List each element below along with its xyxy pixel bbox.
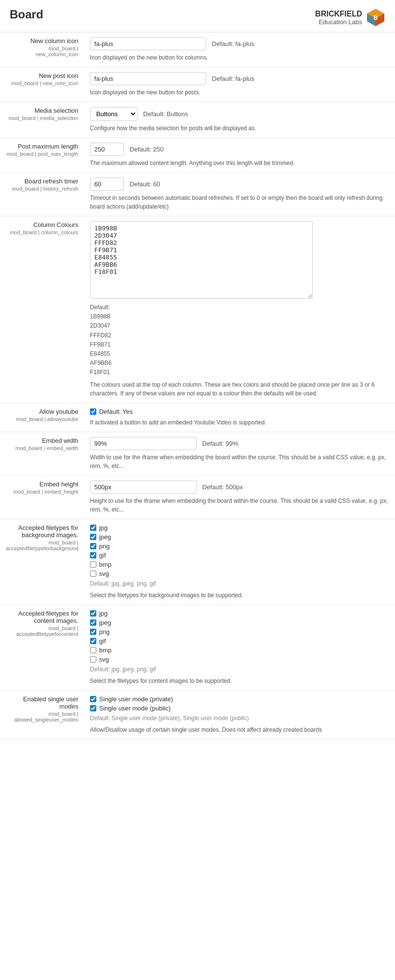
input-history_refresh[interactable]: [90, 178, 124, 191]
desc-new_column_icon: Icon displayed on the new button for col…: [90, 53, 389, 62]
input-embed_width[interactable]: [90, 437, 197, 450]
desc-embed_height: Height to use for the iframe when embedd…: [90, 497, 389, 514]
checkbox-allowed_singleuser_modes-1[interactable]: [90, 705, 96, 711]
default-new_post_icon: Default: fa-plus: [212, 75, 254, 82]
desc-acceptedfiletypeforbackground: Select the filetypes for background imag…: [90, 591, 389, 600]
field-key-column_colours: mod_board | column_colours: [6, 229, 78, 235]
settings-row-embed_height: Embed height mod_board | embed_height De…: [0, 475, 395, 519]
logo-education: Education Labs: [315, 18, 362, 26]
input-post_max_length[interactable]: [90, 143, 124, 156]
checkbox-label-acceptedfiletypeforcontent-0: jpg: [99, 610, 107, 617]
settings-row-embed_width: Embed width mod_board | embed_width Defa…: [0, 432, 395, 475]
settings-row-acceptedfiletypeforbackground: Accepted filetypes for background images…: [0, 519, 395, 604]
page-title: Board: [10, 8, 43, 21]
checkbox-label-acceptedfiletypeforcontent-4: bmp: [99, 647, 111, 654]
field-key-acceptedfiletypeforbackground: mod_board | acceptedfiletypeforbackgroun…: [6, 540, 78, 551]
textarea-column_colours[interactable]: 1B998B 2D3047 FFFD82 FF9B71 E84855 AF9BB…: [90, 221, 313, 299]
default-embed_width: Default: 99%: [202, 440, 238, 447]
checkbox-acceptedfiletypeforbackground-0[interactable]: [90, 525, 96, 531]
checkbox-label-acceptedfiletypeforbackground-5: svg: [99, 570, 109, 577]
checkbox-acceptedfiletypeforcontent-3[interactable]: [90, 638, 96, 644]
default-acceptedfiletypeforbackground: Default: jpg, jpeg, png, gif: [90, 579, 389, 588]
field-key-acceptedfiletypeforcontent: mod_board | acceptedfiletypeforcontent: [6, 625, 78, 637]
checkbox-acceptedfiletypeforbackground-3[interactable]: [90, 552, 96, 558]
field-label-post_max_length: Post maximum length: [18, 143, 78, 150]
checkbox-acceptedfiletypeforcontent-0[interactable]: [90, 610, 96, 617]
desc-post_max_length: The maximum allowed content length. Anyt…: [90, 159, 389, 167]
checkbox-allowyoutube[interactable]: [90, 408, 96, 415]
field-label-embed_height: Embed height: [40, 481, 78, 488]
field-label-media_selection: Media selection: [35, 107, 78, 114]
field-label-new_column_icon: New column icon: [30, 37, 78, 45]
settings-row-allowyoutube: Allow youtube mod_board | allowyoutube D…: [0, 403, 395, 432]
checkbox-acceptedfiletypeforbackground-2[interactable]: [90, 543, 96, 549]
desc-allowyoutube: If activated a button to add an embeded …: [90, 418, 389, 427]
field-label-new_post_icon: New post icon: [39, 72, 78, 79]
settings-row-post_max_length: Post maximum length mod_board | post_max…: [0, 138, 395, 173]
field-label-allowed_singleuser_modes: Enabled single user modes: [23, 695, 78, 710]
field-key-new_column_icon: mod_board | new_column_icon: [6, 45, 78, 57]
checkbox-label-allowyoutube: Default: Yes: [99, 408, 133, 415]
input-new_column_icon[interactable]: [90, 37, 206, 50]
checkbox-label-acceptedfiletypeforcontent-1: jpeg: [99, 619, 111, 626]
logo-icon: B: [366, 8, 385, 27]
settings-row-acceptedfiletypeforcontent: Accepted filetypes for content images. m…: [0, 604, 395, 690]
field-label-acceptedfiletypeforbackground: Accepted filetypes for background images…: [18, 524, 78, 539]
checkbox-label-acceptedfiletypeforbackground-4: bmp: [99, 561, 111, 568]
checkbox-label-allowed_singleuser_modes-1: Single user mode (public): [99, 705, 170, 712]
default-history_refresh: Default: 60: [130, 181, 160, 188]
checkbox-label-acceptedfiletypeforcontent-2: png: [99, 628, 110, 635]
field-key-allowyoutube: mod_board | allowyoutube: [6, 416, 78, 422]
desc-allowed_singleuser_modes: Allow/Disallow usage of certain single u…: [90, 725, 389, 734]
desc-acceptedfiletypeforcontent: Select the filetypes for content images …: [90, 677, 389, 685]
field-key-allowed_singleuser_modes: mod_board | allowed_singleuser_modes: [6, 711, 78, 723]
settings-row-new_post_icon: New post icon mod_board | new_note_icon …: [0, 67, 395, 102]
settings-row-new_column_icon: New column icon mod_board | new_column_i…: [0, 32, 395, 67]
default-allowed_singleuser_modes: Default: Single user mode (private), Sin…: [90, 714, 389, 723]
svg-text:B: B: [374, 15, 378, 21]
checkbox-acceptedfiletypeforbackground-4[interactable]: [90, 561, 96, 568]
default-media_selection: Default: Buttons: [143, 110, 188, 118]
desc-history_refresh: Timeout in seconds between automatic boa…: [90, 194, 389, 211]
default-block-column_colours: Default:1B998B2D3047FFFD82FF9B71E84855AF…: [90, 303, 389, 377]
default-post_max_length: Default: 250: [130, 146, 164, 153]
settings-row-column_colours: Column Colours mod_board | column_colour…: [0, 216, 395, 403]
checkbox-label-acceptedfiletypeforbackground-3: gif: [99, 552, 106, 559]
checkbox-label-acceptedfiletypeforcontent-5: svg: [99, 656, 109, 663]
checkbox-label-allowed_singleuser_modes-0: Single user mode (private): [99, 695, 173, 703]
checkbox-acceptedfiletypeforcontent-4[interactable]: [90, 647, 96, 653]
checkbox-acceptedfiletypeforcontent-5[interactable]: [90, 656, 96, 663]
checkbox-acceptedfiletypeforbackground-1[interactable]: [90, 534, 96, 540]
checkbox-label-acceptedfiletypeforbackground-0: jpg: [99, 524, 107, 531]
field-key-history_refresh: mod_board | history_refresh: [6, 186, 78, 192]
desc-column_colours: The colours used at the top of each colu…: [90, 380, 389, 398]
field-key-embed_height: mod_board | embed_height: [6, 489, 78, 495]
checkbox-acceptedfiletypeforbackground-5[interactable]: [90, 571, 96, 577]
select-media_selection[interactable]: Buttons Dropdown: [90, 107, 137, 121]
input-embed_height[interactable]: [90, 481, 197, 494]
logo-brickfield: BRICKFIELD: [315, 9, 362, 18]
checkbox-allowed_singleuser_modes-0[interactable]: [90, 696, 96, 702]
field-label-acceptedfiletypeforcontent: Accepted filetypes for content images.: [18, 610, 78, 624]
input-new_post_icon[interactable]: [90, 72, 206, 85]
desc-media_selection: Configure how the media selection for po…: [90, 124, 389, 133]
default-acceptedfiletypeforcontent: Default: jpg, jpeg, png, gif: [90, 665, 389, 674]
checkbox-acceptedfiletypeforcontent-2[interactable]: [90, 629, 96, 635]
checkbox-label-acceptedfiletypeforbackground-2: png: [99, 543, 110, 550]
field-label-allowyoutube: Allow youtube: [39, 408, 78, 415]
field-key-new_post_icon: mod_board | new_note_icon: [6, 80, 78, 86]
desc-embed_width: Width to use for the iframe when embeddi…: [90, 453, 389, 470]
desc-new_post_icon: Icon displayed on the new button for pos…: [90, 88, 389, 97]
checkbox-acceptedfiletypeforcontent-1[interactable]: [90, 619, 96, 626]
field-key-embed_width: mod_board | embed_width: [6, 445, 78, 451]
checkbox-label-acceptedfiletypeforcontent-3: gif: [99, 637, 106, 645]
field-key-post_max_length: mod_board | post_max_length: [6, 151, 78, 157]
field-key-media_selection: mod_board | media_selection: [6, 115, 78, 121]
checkbox-label-acceptedfiletypeforbackground-1: jpeg: [99, 533, 111, 541]
field-label-column_colours: Column Colours: [33, 221, 78, 228]
field-label-history_refresh: Board refresh timer: [25, 178, 78, 185]
settings-row-history_refresh: Board refresh timer mod_board | history_…: [0, 173, 395, 216]
settings-row-media_selection: Media selection mod_board | media_select…: [0, 102, 395, 138]
default-embed_height: Default: 500px: [202, 483, 243, 491]
logo: BRICKFIELD Education Labs B: [315, 8, 385, 27]
